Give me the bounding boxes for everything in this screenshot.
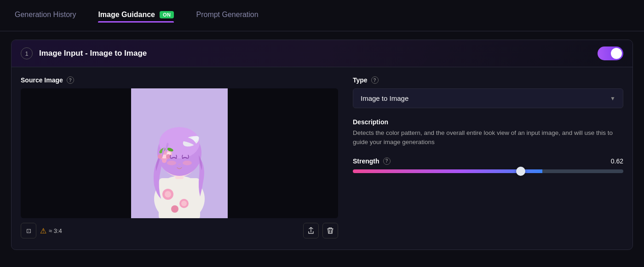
image-section: Source Image ? [21, 76, 338, 240]
description-title: Description [353, 118, 623, 126]
image-toolbar: ⊡ ⚠ ≈ 3:4 [21, 218, 338, 240]
image-frame[interactable] [21, 88, 338, 218]
tab-bar: Generation History Image Guidance ON Pro… [0, 0, 644, 31]
dropdown-arrow-icon: ▼ [610, 95, 615, 102]
svg-point-25 [183, 161, 192, 165]
strength-slider-track[interactable] [353, 169, 623, 173]
step-number: 1 [21, 47, 33, 59]
svg-point-19 [158, 154, 162, 159]
svg-point-6 [181, 201, 187, 206]
source-help-icon[interactable]: ? [67, 76, 74, 84]
aspect-ratio-button[interactable]: ⊡ [21, 223, 36, 238]
controls-section: Type ? Image to Image ▼ Description Dete… [353, 76, 623, 240]
strength-label: Strength ? [353, 157, 391, 165]
card-header: 1 Image Input - Image to Image [12, 40, 632, 67]
tab-image-guidance[interactable]: Image Guidance ON [98, 11, 174, 21]
toolbar-right [303, 223, 338, 238]
guidance-card: 1 Image Input - Image to Image Source Im… [11, 40, 633, 250]
strength-value: 0.62 [611, 157, 623, 165]
strength-help-icon[interactable]: ? [383, 157, 391, 165]
description-group: Description Detects the color pattern, a… [353, 118, 623, 147]
svg-point-4 [165, 191, 171, 197]
card-header-left: 1 Image Input - Image to Image [21, 47, 147, 59]
tab-prompt-generation[interactable]: Prompt Generation [196, 11, 258, 21]
share-icon [307, 227, 315, 234]
aspect-icon: ⊡ [26, 227, 31, 234]
type-dropdown[interactable]: Image to Image ▼ [353, 88, 623, 108]
main-content: 1 Image Input - Image to Image Source Im… [0, 31, 644, 258]
toggle-knob [611, 48, 622, 59]
svg-point-20 [162, 158, 167, 163]
share-button[interactable] [303, 223, 319, 238]
tab-generation-history[interactable]: Generation History [15, 11, 76, 21]
strength-slider-thumb[interactable] [516, 167, 525, 176]
card-title: Image Input - Image to Image [39, 49, 147, 58]
strength-group: Strength ? 0.62 [353, 157, 623, 173]
delete-button[interactable] [322, 223, 338, 238]
dropdown-selected: Image to Image [361, 94, 408, 102]
anime-girl-image [131, 88, 228, 218]
toolbar-left: ⊡ ⚠ ≈ 3:4 [21, 223, 62, 238]
trash-icon [327, 227, 334, 234]
svg-point-24 [167, 161, 176, 165]
svg-point-7 [171, 205, 178, 213]
type-control-group: Type ? Image to Image ▼ [353, 76, 623, 108]
type-help-icon[interactable]: ? [371, 76, 379, 84]
on-badge: ON [160, 11, 174, 18]
warning-icon: ⚠ [40, 226, 46, 235]
source-label: Source Image ? [21, 76, 338, 84]
card-body: Source Image ? [12, 67, 632, 250]
enable-toggle[interactable] [598, 46, 623, 60]
type-label: Type ? [353, 76, 623, 84]
description-text: Detects the color pattern, and the overa… [353, 128, 623, 147]
aspect-ratio-text: ≈ 3:4 [49, 227, 62, 234]
warning-badge: ⚠ ≈ 3:4 [40, 226, 62, 235]
strength-header: Strength ? 0.62 [353, 157, 623, 165]
